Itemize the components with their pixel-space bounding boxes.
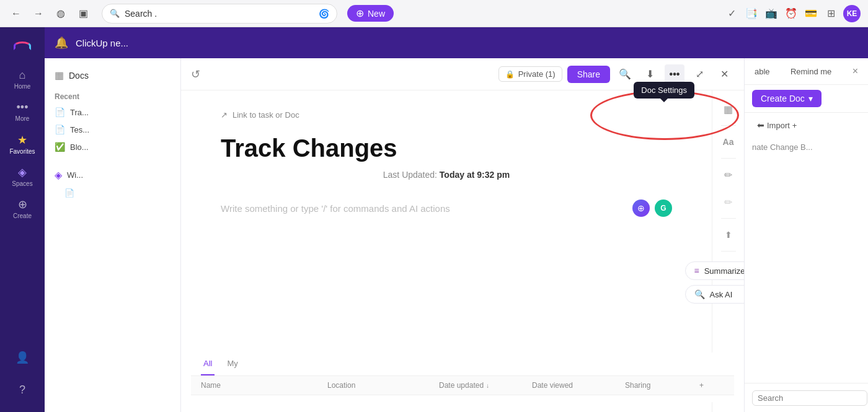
search-icon: 🔍	[110, 9, 120, 18]
font-size-icon[interactable]: Aa	[717, 131, 740, 153]
browser-chrome: ← → ◍ ▣ 🔍 🌀 ⊕ New ✓ 📑 📺 ⏰ 💳 ⊞ KE	[0, 0, 868, 27]
spaces-icon: ◈	[18, 165, 27, 179]
recent-item-2[interactable]: ✅ Blo...	[45, 138, 180, 156]
clickup-logo[interactable]	[11, 35, 33, 57]
tab-all[interactable]: All	[201, 353, 215, 375]
top-bar-title: ClickUp ne...	[76, 38, 128, 48]
ask-ai-search-icon: 🔍	[694, 289, 705, 299]
close-icon-btn[interactable]: ✕	[714, 64, 734, 84]
expand-icon-btn[interactable]: ⤢	[689, 64, 709, 84]
sidebar-item-members[interactable]: 👤	[7, 343, 37, 372]
share-button[interactable]: Share	[567, 66, 610, 83]
import-plus: +	[792, 121, 797, 130]
sidebar-item-more[interactable]: ••• More	[7, 97, 37, 126]
placeholder-text: Write something or type '/' for commands…	[221, 203, 450, 214]
last-updated-prefix: Last Updated:	[383, 170, 437, 180]
wallet-icon[interactable]: 💳	[804, 6, 818, 21]
search-doc-icon-btn[interactable]: 🔍	[615, 64, 635, 84]
sidebar-item-favorites[interactable]: ★ Favorites	[7, 129, 37, 159]
user-avatar[interactable]: KE	[843, 5, 861, 22]
checkmark-icon[interactable]: ✓	[724, 6, 739, 21]
grid-icon[interactable]: ⊞	[823, 6, 838, 21]
grammarly-symbol: G	[660, 204, 666, 213]
filter-bar: ≡ Filters	[745, 383, 868, 412]
right-panel-close-icon[interactable]: ×	[852, 66, 858, 77]
sidebar-divider-1	[721, 125, 736, 126]
privacy-badge[interactable]: 🔒 Private (1)	[498, 66, 562, 82]
sidebar: ⌂ Home ••• More ★ Favorites ◈ Spaces ⊕ C…	[0, 27, 45, 412]
share-upload-icon[interactable]: ⬆	[717, 224, 740, 246]
tabs-button[interactable]: ▣	[74, 5, 92, 22]
alarm-icon[interactable]: ⏰	[784, 6, 799, 21]
sidebar-create-label: Create	[13, 213, 32, 219]
members-icon: 👤	[16, 351, 29, 364]
sidebar-favorites-label: Favorites	[9, 148, 35, 155]
import-icon: ⬅	[757, 120, 764, 130]
cast-icon[interactable]: 📺	[764, 6, 779, 21]
new-button[interactable]: ⊕ New	[347, 5, 394, 22]
content-body: ▦ Docs Recent 📄 Tra... 📄 Tes... ✅	[45, 58, 868, 412]
url-search-bar[interactable]: 🔍 🌀	[102, 4, 337, 24]
docs-modal-actions: 🔒 Private (1) Share 🔍 ⬇ ••• ⤢ ✕	[498, 64, 734, 84]
plus-icon: ⊕	[356, 7, 364, 19]
sidebar-item-spaces[interactable]: ◈ Spaces	[7, 161, 37, 191]
workspace-label: Wi...	[67, 170, 83, 180]
sidebar-spaces-label: Spaces	[12, 180, 32, 187]
task-icon-2: ✅	[55, 142, 65, 152]
th-location: Location	[327, 381, 439, 390]
sidebar-divider-3	[721, 218, 736, 219]
recent-label: Recent	[45, 90, 180, 103]
sort-icon[interactable]: ↓	[486, 382, 489, 389]
recent-item-1[interactable]: 📄 Tes...	[45, 121, 180, 138]
sidebar-toggle-icon[interactable]: ▦	[717, 98, 740, 120]
bell-icon[interactable]: 🔔	[55, 36, 68, 50]
lock-icon: 🔒	[505, 70, 515, 79]
table-header: Name Location Date updated ↓ Date viewed…	[191, 376, 734, 395]
bookmarks-icon[interactable]: 📑	[744, 6, 759, 21]
forward-button[interactable]: →	[30, 5, 47, 22]
clickup-ai-icon[interactable]: ⊕	[632, 199, 650, 217]
logo-arc	[14, 42, 31, 50]
back-button[interactable]: ←	[7, 5, 25, 22]
link-to-task[interactable]: ↗ Link to task or Doc	[221, 110, 672, 120]
right-panel-remind-label[interactable]: Remind me	[790, 67, 831, 76]
create-doc-button[interactable]: Create Doc ▾	[752, 90, 822, 107]
filter-search-input[interactable]	[752, 390, 867, 406]
docs-modal-header-left: ↺	[191, 68, 200, 81]
undo-icon[interactable]: ↺	[191, 68, 200, 81]
table-tabs: All My	[191, 353, 734, 376]
docs-area: ▦ Docs See all ↺	[181, 58, 744, 412]
sidebar-home-label: Home	[14, 83, 31, 90]
workspace-icon: ◈	[55, 169, 62, 181]
doc-editor-area[interactable]: Write something or type '/' for commands…	[221, 199, 672, 217]
sidebar-item-home[interactable]: ⌂ Home	[7, 64, 37, 94]
edit-alt-icon[interactable]: ✏	[717, 191, 740, 213]
history-button[interactable]: ◍	[52, 5, 69, 22]
recent-item-0[interactable]: 📄 Tra...	[45, 103, 180, 121]
nav-panel-docs-header[interactable]: ▦ Docs	[45, 66, 180, 85]
search-input[interactable]	[125, 9, 314, 19]
more-options-button[interactable]: •••	[665, 64, 684, 84]
th-date-viewed: Date viewed	[532, 381, 625, 390]
doc-settings-tooltip: Doc Settings	[634, 82, 694, 99]
import-button[interactable]: ⬅ Import +	[752, 118, 861, 133]
right-panel-action-label[interactable]: able	[755, 67, 770, 76]
recent-section: Recent 📄 Tra... 📄 Tes... ✅ Blo...	[45, 85, 180, 160]
workspace-sub-item[interactable]: 📄	[45, 185, 180, 201]
tab-my[interactable]: My	[224, 353, 240, 375]
favorites-icon: ★	[17, 133, 27, 147]
download-icon-btn[interactable]: ⬇	[640, 64, 660, 84]
workspace-item[interactable]: ◈ Wi...	[45, 165, 180, 185]
pencil-icon[interactable]: ✏	[717, 164, 740, 186]
summarize-button[interactable]: ≡ Summarize	[685, 261, 745, 280]
browser-icons: ✓ 📑 📺 ⏰ 💳 ⊞ KE	[724, 5, 861, 22]
editor-icons: ⊕ G	[632, 199, 672, 217]
doc-icon-0: 📄	[55, 107, 65, 117]
sidebar-item-create[interactable]: ⊕ Create	[7, 193, 37, 223]
th-date-updated: Date updated ↓	[439, 381, 532, 390]
grammarly-icon[interactable]: G	[655, 199, 672, 217]
right-panel-title: nate Change B...	[745, 138, 868, 157]
th-add[interactable]: +	[699, 381, 724, 390]
sidebar-item-help[interactable]: ?	[7, 375, 37, 405]
ask-ai-button[interactable]: 🔍 Ask AI	[685, 285, 745, 304]
